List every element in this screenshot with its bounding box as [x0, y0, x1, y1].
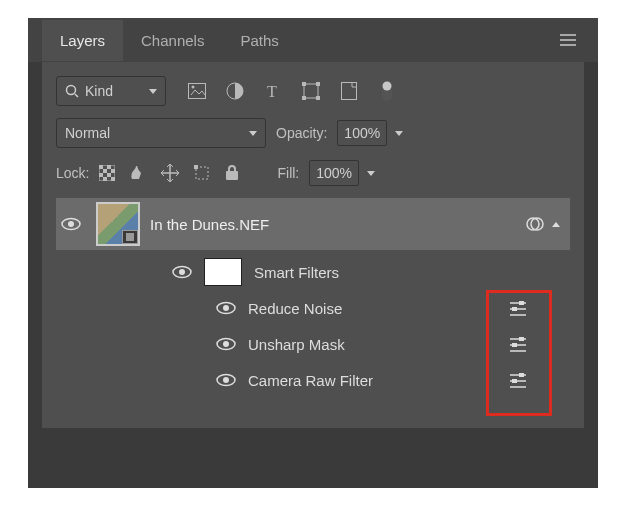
collapse-chevron-icon[interactable] [552, 222, 560, 227]
svg-rect-22 [99, 173, 103, 177]
filter-row[interactable]: Reduce Noise [56, 290, 570, 326]
svg-rect-24 [103, 177, 107, 181]
layer-name[interactable]: In the Dunes.NEF [150, 216, 516, 233]
kind-dropdown[interactable]: Kind [56, 76, 166, 106]
filter-type-icons: T [186, 80, 398, 102]
opacity-value[interactable]: 100% [337, 120, 387, 146]
svg-point-46 [223, 341, 229, 347]
filter-effects-icon[interactable] [526, 215, 544, 233]
chevron-down-icon [149, 89, 157, 94]
filter-name: Unsharp Mask [248, 336, 345, 353]
smart-filters-label: Smart Filters [254, 264, 339, 281]
svg-rect-18 [99, 165, 103, 169]
svg-point-53 [223, 377, 229, 383]
smart-filters-header: Smart Filters [56, 254, 570, 290]
shape-layer-filter-icon[interactable] [300, 80, 322, 102]
svg-point-39 [223, 305, 229, 311]
filter-row[interactable]: Camera Raw Filter [56, 362, 570, 398]
layer-row-selected[interactable]: In the Dunes.NEF [56, 198, 570, 250]
smart-filters-area: Smart Filters Reduce Noise Unsharp Mask … [56, 250, 570, 398]
tab-paths[interactable]: Paths [222, 20, 296, 61]
svg-rect-9 [304, 84, 318, 98]
kind-label: Kind [85, 83, 113, 99]
svg-text:T: T [267, 83, 277, 99]
svg-rect-20 [103, 169, 107, 173]
kind-filter-row: Kind T [56, 76, 570, 106]
svg-rect-19 [107, 165, 111, 169]
smart-object-badge-icon [122, 230, 138, 244]
svg-point-37 [179, 269, 185, 275]
filter-name: Reduce Noise [248, 300, 342, 317]
lock-artboard-icon[interactable] [193, 164, 211, 182]
visibility-eye-icon[interactable] [61, 217, 81, 231]
svg-line-4 [75, 94, 78, 97]
filter-row[interactable]: Unsharp Mask [56, 326, 570, 362]
layers-panel: Layers Channels Paths Kind T [28, 18, 598, 488]
blend-mode-dropdown[interactable]: Normal [56, 118, 266, 148]
svg-rect-13 [316, 96, 320, 100]
svg-point-3 [67, 86, 76, 95]
panel-menu-icon[interactable] [560, 34, 576, 46]
fill-value[interactable]: 100% [309, 160, 359, 186]
lock-image-icon[interactable] [129, 164, 147, 182]
pixel-layer-filter-icon[interactable] [186, 80, 208, 102]
lock-label: Lock: [56, 165, 89, 181]
panel-body: Kind T Normal Opacity: 100% Lo [42, 62, 584, 428]
svg-rect-57 [512, 379, 517, 383]
filter-mask-thumbnail[interactable] [204, 258, 242, 286]
visibility-eye-icon[interactable] [216, 337, 236, 351]
svg-rect-23 [107, 173, 111, 177]
svg-rect-48 [519, 337, 524, 341]
tab-layers[interactable]: Layers [42, 20, 123, 61]
svg-rect-11 [316, 82, 320, 86]
type-layer-filter-icon[interactable]: T [262, 80, 284, 102]
smart-object-filter-icon[interactable] [338, 80, 360, 102]
visibility-eye-icon[interactable] [216, 301, 236, 315]
blending-options-icon[interactable] [508, 372, 528, 388]
svg-point-16 [383, 82, 392, 91]
blending-options-icon[interactable] [508, 300, 528, 316]
svg-point-32 [68, 221, 74, 227]
blending-options-icon[interactable] [508, 336, 528, 352]
blend-row: Normal Opacity: 100% [56, 118, 570, 148]
svg-rect-33 [126, 233, 134, 241]
svg-rect-10 [302, 82, 306, 86]
svg-rect-55 [519, 373, 524, 377]
svg-rect-5 [189, 84, 206, 99]
svg-rect-29 [194, 165, 198, 169]
svg-rect-14 [342, 83, 357, 100]
svg-rect-41 [519, 301, 524, 305]
blend-mode-value: Normal [65, 125, 110, 141]
chevron-down-icon [249, 131, 257, 136]
visibility-eye-icon[interactable] [172, 265, 192, 279]
svg-rect-21 [111, 169, 115, 173]
lock-transparency-icon[interactable] [99, 165, 115, 181]
visibility-eye-icon[interactable] [216, 373, 236, 387]
svg-point-6 [192, 86, 195, 89]
filter-toggle-icon[interactable] [376, 80, 398, 102]
lock-row: Lock: Fill: 100% [56, 160, 570, 186]
lock-position-icon[interactable] [161, 164, 179, 182]
fill-label: Fill: [277, 165, 299, 181]
adjustment-layer-filter-icon[interactable] [224, 80, 246, 102]
svg-rect-25 [111, 177, 115, 181]
opacity-chevron-icon[interactable] [395, 131, 403, 136]
svg-rect-50 [512, 343, 517, 347]
layer-thumbnail[interactable] [96, 202, 140, 246]
panel-tabs: Layers Channels Paths [28, 18, 598, 62]
opacity-label: Opacity: [276, 125, 327, 141]
tab-channels[interactable]: Channels [123, 20, 222, 61]
fill-chevron-icon[interactable] [367, 171, 375, 176]
svg-rect-30 [226, 171, 238, 180]
svg-rect-12 [302, 96, 306, 100]
search-icon [65, 84, 79, 98]
svg-rect-43 [512, 307, 517, 311]
lock-all-icon[interactable] [225, 165, 239, 181]
filter-name: Camera Raw Filter [248, 372, 373, 389]
